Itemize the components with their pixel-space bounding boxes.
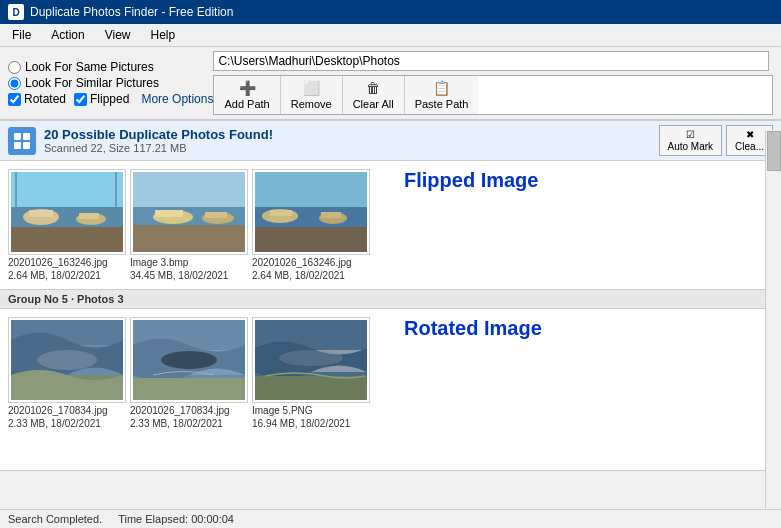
remove-icon: ⬜ bbox=[303, 80, 320, 96]
image-filename-2-2: 20201026_170834.jpg bbox=[130, 405, 230, 416]
result-title: 20 Possible Duplicate Photos Found! bbox=[44, 127, 651, 142]
svg-rect-0 bbox=[14, 133, 21, 140]
image-card-1-3: 20201026_163246.jpg 2.64 MB, 18/02/2021 bbox=[252, 169, 370, 281]
image-size-1-3: 2.64 MB, 18/02/2021 bbox=[252, 270, 345, 281]
radio-same-input[interactable] bbox=[8, 61, 21, 74]
rotated-label: Rotated bbox=[24, 92, 66, 106]
check-rotated[interactable]: Rotated bbox=[8, 92, 66, 106]
clear-label: Clea... bbox=[735, 141, 764, 152]
path-input[interactable] bbox=[213, 51, 769, 71]
clear-all-icon: 🗑 bbox=[366, 80, 380, 96]
svg-rect-6 bbox=[11, 227, 123, 252]
menu-help[interactable]: Help bbox=[143, 26, 184, 44]
image-size-2-3: 16.94 MB, 18/02/2021 bbox=[252, 418, 350, 429]
image-size-1-1: 2.64 MB, 18/02/2021 bbox=[8, 270, 101, 281]
check-options-row: Rotated Flipped More Options bbox=[8, 92, 213, 106]
result-header: 20 Possible Duplicate Photos Found! Scan… bbox=[0, 120, 781, 161]
group-header-2: Group No 5 · Photos 3 bbox=[0, 289, 781, 309]
radio-same-pictures[interactable]: Look For Same Pictures bbox=[8, 60, 213, 74]
check-flipped[interactable]: Flipped bbox=[74, 92, 129, 106]
paste-path-button[interactable]: 📋 Paste Path bbox=[405, 76, 479, 114]
search-options: Look For Same Pictures Look For Similar … bbox=[8, 60, 213, 106]
app-icon: D bbox=[8, 4, 24, 20]
image-filename-1-3: 20201026_163246.jpg bbox=[252, 257, 352, 268]
remove-button[interactable]: ⬜ Remove bbox=[281, 76, 343, 114]
image-card-inner-1-3 bbox=[252, 169, 370, 255]
menu-view[interactable]: View bbox=[97, 26, 139, 44]
image-card-inner-2-2 bbox=[130, 317, 248, 403]
image-thumb-2-1 bbox=[11, 320, 123, 400]
status-text: Search Completed. bbox=[8, 513, 102, 525]
image-card-2-1: 20201026_170834.jpg 2.33 MB, 18/02/2021 bbox=[8, 317, 126, 429]
main-content[interactable]: 20201026_163246.jpg 2.64 MB, 18/02/2021 bbox=[0, 161, 781, 471]
time-elapsed: Time Elapsed: 00:00:04 bbox=[118, 513, 234, 525]
clear-icon: ✖ bbox=[746, 129, 754, 140]
svg-rect-24 bbox=[321, 212, 341, 218]
auto-mark-button[interactable]: ☑ Auto Mark bbox=[659, 125, 723, 156]
same-pictures-label: Look For Same Pictures bbox=[25, 60, 154, 74]
image-filename-1-1: 20201026_163246.jpg bbox=[8, 257, 108, 268]
check-rotated-input[interactable] bbox=[8, 93, 21, 106]
svg-rect-17 bbox=[205, 212, 227, 218]
auto-mark-label: Auto Mark bbox=[668, 141, 714, 152]
status-bar: Search Completed. Time Elapsed: 00:00:04 bbox=[0, 509, 781, 528]
more-options-link[interactable]: More Options bbox=[141, 92, 213, 106]
result-info: 20 Possible Duplicate Photos Found! Scan… bbox=[44, 127, 651, 154]
image-card-inner-2-1 bbox=[8, 317, 126, 403]
svg-rect-22 bbox=[270, 210, 292, 216]
svg-point-32 bbox=[161, 351, 217, 369]
title-bar-text: Duplicate Photos Finder - Free Edition bbox=[30, 5, 233, 19]
menu-file[interactable]: File bbox=[4, 26, 39, 44]
svg-rect-20 bbox=[255, 227, 367, 252]
image-card-inner-2-3 bbox=[252, 317, 370, 403]
image-thumb-1-3 bbox=[255, 172, 367, 252]
menu-action[interactable]: Action bbox=[43, 26, 92, 44]
image-size-2-1: 2.33 MB, 18/02/2021 bbox=[8, 418, 101, 429]
image-thumb-2-3 bbox=[255, 320, 367, 400]
svg-rect-31 bbox=[133, 378, 245, 400]
path-panel: ➕ Add Path ⬜ Remove 🗑 Clear All 📋 Paste … bbox=[213, 51, 773, 115]
result-icon bbox=[8, 127, 36, 155]
auto-mark-icon: ☑ bbox=[686, 129, 695, 140]
image-filename-2-1: 20201026_170834.jpg bbox=[8, 405, 108, 416]
path-row bbox=[213, 51, 773, 71]
image-group-1: 20201026_163246.jpg 2.64 MB, 18/02/2021 bbox=[0, 161, 781, 289]
svg-rect-15 bbox=[155, 210, 183, 217]
image-card-inner-1-1 bbox=[8, 169, 126, 255]
result-subtitle: Scanned 22, Size 117.21 MB bbox=[44, 142, 651, 154]
svg-rect-1 bbox=[23, 133, 30, 140]
paste-path-label: Paste Path bbox=[415, 98, 469, 110]
result-actions: ☑ Auto Mark ✖ Clea... bbox=[659, 125, 773, 156]
clear-all-button[interactable]: 🗑 Clear All bbox=[343, 76, 405, 114]
radio-similar-input[interactable] bbox=[8, 77, 21, 90]
add-path-label: Add Path bbox=[224, 98, 269, 110]
toolbar-buttons: ➕ Add Path ⬜ Remove 🗑 Clear All 📋 Paste … bbox=[213, 75, 773, 115]
svg-rect-13 bbox=[133, 225, 245, 252]
svg-point-28 bbox=[37, 350, 97, 370]
title-bar: D Duplicate Photos Finder - Free Edition bbox=[0, 0, 781, 24]
svg-point-36 bbox=[279, 350, 343, 366]
svg-rect-18 bbox=[255, 172, 367, 207]
svg-rect-4 bbox=[11, 172, 123, 207]
image-size-1-2: 34.45 MB, 18/02/2021 bbox=[130, 270, 228, 281]
clear-all-label: Clear All bbox=[353, 98, 394, 110]
image-thumb-1-1 bbox=[11, 172, 123, 252]
image-filename-1-2: Image 3.bmp bbox=[130, 257, 188, 268]
check-flipped-input[interactable] bbox=[74, 93, 87, 106]
flipped-label: Flipped bbox=[90, 92, 129, 106]
add-path-button[interactable]: ➕ Add Path bbox=[214, 76, 280, 114]
scrollbar[interactable] bbox=[765, 130, 781, 508]
similar-pictures-label: Look For Similar Pictures bbox=[25, 76, 159, 90]
svg-rect-3 bbox=[23, 142, 30, 149]
scrollbar-thumb[interactable] bbox=[767, 131, 781, 171]
radio-similar-pictures[interactable]: Look For Similar Pictures bbox=[8, 76, 213, 90]
svg-rect-11 bbox=[133, 172, 245, 207]
annotation-flipped: Flipped Image bbox=[374, 169, 568, 192]
image-card-2-2: 20201026_170834.jpg 2.33 MB, 18/02/2021 bbox=[130, 317, 248, 429]
image-thumb-1-2 bbox=[133, 172, 245, 252]
svg-rect-10 bbox=[79, 213, 99, 219]
image-group-2: 20201026_170834.jpg 2.33 MB, 18/02/2021 bbox=[0, 309, 781, 437]
menu-bar: File Action View Help bbox=[0, 24, 781, 47]
remove-label: Remove bbox=[291, 98, 332, 110]
svg-rect-2 bbox=[14, 142, 21, 149]
